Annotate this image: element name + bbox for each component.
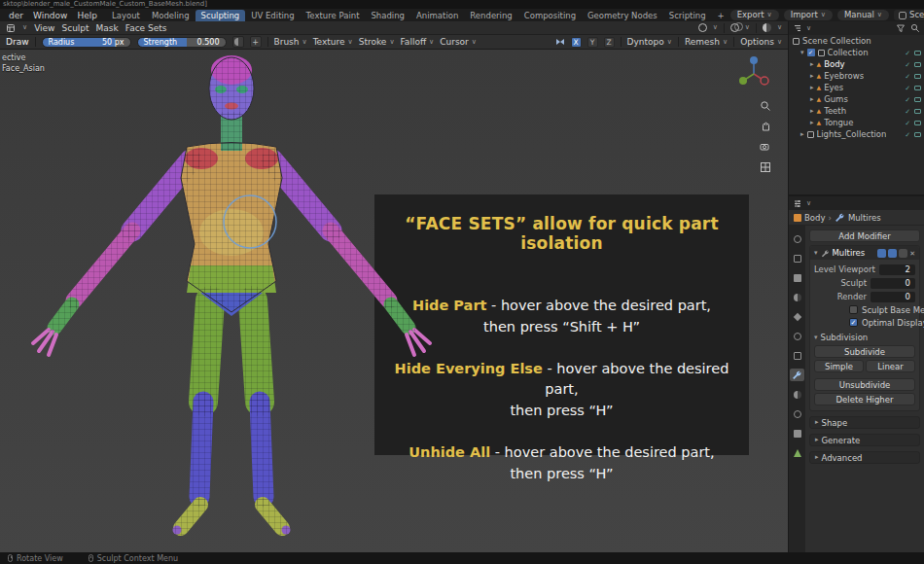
add-workspace-button[interactable]: + (712, 10, 730, 21)
menu-face-sets[interactable]: Face Sets (125, 23, 167, 33)
expand-icon[interactable] (810, 85, 814, 91)
tab-object-icon[interactable] (790, 349, 804, 362)
tab-animation[interactable]: Animation (410, 10, 464, 21)
menu-mask[interactable]: Mask (96, 23, 119, 33)
outliner-item-collection[interactable]: Collection (789, 47, 924, 58)
editor-type-icon[interactable] (6, 23, 16, 33)
brush-dropdown[interactable]: Brush (274, 37, 307, 47)
tab-output-icon[interactable] (790, 271, 804, 284)
outliner-item-tongue[interactable]: Tongue (789, 117, 924, 128)
tab-sculpting[interactable]: Sculpting (195, 10, 246, 21)
checkbox-icon[interactable] (905, 83, 910, 92)
outliner-item-teeth[interactable]: Teeth (789, 105, 924, 117)
tab-rendering[interactable]: Rendering (464, 10, 517, 21)
tab-modifiers-icon[interactable] (790, 369, 804, 381)
viewport-3d[interactable]: “FACE SETS” allow for quick part isolati… (0, 50, 788, 552)
linear-button[interactable]: Linear (866, 360, 915, 372)
pressure-toggle-icon[interactable] (232, 36, 244, 48)
tab-viewlayer-icon[interactable] (790, 291, 804, 303)
tab-modeling[interactable]: Modeling (146, 10, 195, 21)
tab-compositing[interactable]: Compositing (518, 10, 582, 21)
checkbox-icon[interactable] (905, 94, 910, 104)
move-hand-icon[interactable] (760, 121, 771, 132)
modifier-name[interactable]: Multires (833, 248, 866, 258)
collapse-icon[interactable] (800, 50, 804, 56)
display-editmode-toggle-icon[interactable] (877, 249, 886, 258)
options-dropdown[interactable]: Options (740, 37, 782, 47)
active-tool-label[interactable]: Draw (6, 37, 29, 47)
symmetry-y-toggle[interactable]: Y (587, 37, 598, 48)
tab-layout[interactable]: Layout (106, 10, 146, 21)
tab-shading[interactable]: Shading (365, 10, 410, 21)
shape-section[interactable]: Shape (809, 416, 920, 429)
navigation-gizmo[interactable] (735, 53, 772, 95)
search-icon[interactable] (910, 23, 920, 33)
properties-editor-icon[interactable] (793, 198, 802, 208)
checkbox-icon[interactable] (905, 106, 910, 116)
screen-icon[interactable] (914, 121, 921, 125)
outliner-editor-icon[interactable] (793, 23, 802, 33)
filter-icon[interactable] (896, 23, 906, 33)
display-viewport-toggle-icon[interactable] (888, 249, 897, 258)
level-viewport-field[interactable]: 2 (879, 264, 915, 275)
chevron-down-icon[interactable] (806, 200, 811, 207)
chevron-down-icon[interactable] (713, 24, 718, 31)
subdivide-button[interactable]: Subdivide (814, 345, 915, 358)
import-button[interactable]: Import (784, 10, 833, 20)
symmetry-x-toggle[interactable]: X (571, 37, 582, 48)
outliner-item-lights-collection[interactable]: Lights_Collection (789, 128, 924, 140)
expand-icon[interactable] (810, 73, 814, 80)
checkbox-icon[interactable] (905, 48, 910, 57)
chevron-down-icon[interactable] (806, 25, 811, 32)
export-button[interactable]: Export (730, 10, 779, 20)
chevron-down-icon[interactable] (777, 24, 782, 31)
overlays-toggle-icon[interactable] (730, 23, 739, 32)
cursor-dropdown[interactable]: Cursor (440, 37, 477, 47)
menu-window[interactable]: Window (28, 11, 73, 20)
delete-higher-button[interactable]: Delete Higher (814, 393, 915, 405)
advanced-section[interactable]: Advanced (809, 451, 920, 464)
remesh-dropdown[interactable]: Remesh (685, 37, 728, 47)
outliner-item-eyes[interactable]: Eyes (789, 82, 924, 93)
scene-selector[interactable]: Scene (894, 10, 924, 20)
tab-tool-icon[interactable] (790, 232, 804, 245)
unsubdivide-button[interactable]: Unsubdivide (814, 378, 915, 391)
expand-icon[interactable] (810, 61, 814, 68)
tab-data-icon[interactable] (790, 446, 804, 459)
texture-dropdown[interactable]: Texture (313, 37, 353, 47)
screen-icon[interactable] (914, 74, 921, 79)
zoom-icon[interactable] (760, 100, 771, 112)
outliner-item-gums[interactable]: Gums (789, 93, 924, 105)
symmetry-z-toggle[interactable]: Z (604, 37, 615, 48)
falloff-dropdown[interactable]: Falloff (401, 37, 435, 47)
stroke-dropdown[interactable]: Stroke (359, 37, 395, 47)
ortho-grid-icon[interactable] (760, 161, 771, 173)
expand-icon[interactable] (800, 131, 804, 138)
shading-mode-icon[interactable] (763, 23, 771, 32)
add-brush-button[interactable]: + (250, 36, 262, 48)
checkbox-icon[interactable] (905, 71, 910, 81)
generate-section[interactable]: Generate (809, 434, 920, 446)
modifier-panel-header[interactable]: Multires (810, 246, 919, 260)
tab-render-icon[interactable] (790, 252, 804, 264)
tab-scripting[interactable]: Scripting (663, 10, 712, 21)
breadcrumb-modifier[interactable]: Multires (848, 213, 881, 223)
subdivision-section-header[interactable]: Subdivision (814, 332, 915, 343)
checkbox-icon[interactable] (905, 59, 910, 69)
sculpt-base-mesh-checkbox[interactable] (849, 305, 858, 314)
tab-particles-icon[interactable] (790, 388, 804, 401)
tab-geometry-nodes[interactable]: Geometry Nodes (582, 10, 663, 21)
manual-button[interactable]: Manual (837, 10, 889, 20)
gizmos-toggle-icon[interactable] (698, 23, 707, 32)
strength-slider[interactable]: Strength 0.500 (137, 37, 227, 48)
dyntopo-dropdown[interactable]: Dyntopo (627, 37, 672, 47)
tab-uv-editing[interactable]: UV Editing (245, 10, 300, 21)
screen-icon[interactable] (914, 51, 921, 55)
tab-constraints-icon[interactable] (790, 427, 804, 440)
outliner-item-eyebrows[interactable]: Eyebrows (789, 70, 924, 82)
screen-icon[interactable] (914, 109, 921, 114)
screen-icon[interactable] (914, 62, 921, 67)
display-render-toggle-icon[interactable] (899, 249, 907, 258)
checkbox-icon[interactable] (905, 129, 910, 139)
outliner-item-body[interactable]: Body (789, 58, 924, 70)
